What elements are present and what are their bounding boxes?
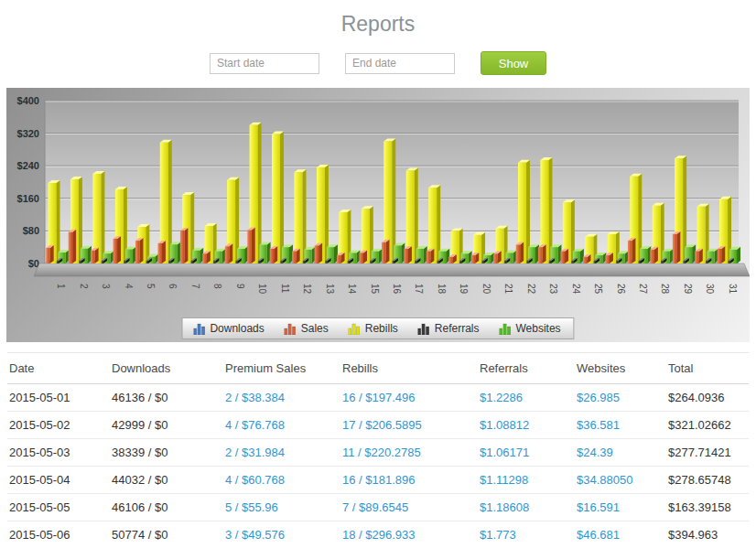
svg-text:$320: $320 — [17, 128, 39, 139]
table-link-cell[interactable]: $16.591 — [575, 494, 666, 521]
svg-text:13: 13 — [325, 284, 335, 295]
table-cell: 2015-05-02 — [7, 412, 110, 439]
legend-sales-bars-icon — [285, 323, 297, 335]
table-link-cell[interactable]: 3 / $49.576 — [223, 521, 340, 548]
table-cell: $321.02662 — [666, 412, 749, 439]
table-link-cell[interactable]: $1.773 — [478, 521, 575, 548]
legend-item-sales[interactable]: Sales — [279, 321, 343, 336]
table-link-cell[interactable]: 7 / $89.6545 — [340, 494, 478, 521]
table-link-cell[interactable]: 16 / $181.896 — [340, 467, 478, 494]
start-date-input[interactable] — [210, 53, 319, 74]
legend-item-rebills[interactable]: Rebills — [343, 321, 413, 336]
svg-text:27: 27 — [638, 284, 648, 295]
table-cell: $163.39158 — [666, 494, 749, 521]
date-filter-bar: Show — [0, 51, 756, 75]
table-link-cell[interactable]: 4 / $60.768 — [223, 467, 340, 494]
table-row: 2015-05-0650774 / $03 / $49.57618 / $296… — [7, 521, 749, 548]
table-cell: $278.65748 — [666, 467, 749, 494]
svg-text:15: 15 — [370, 284, 380, 295]
legend-label: Sales — [301, 322, 329, 335]
table-link-cell[interactable]: 16 / $197.496 — [340, 384, 478, 412]
table-link-cell[interactable]: 17 / $206.5895 — [340, 412, 478, 439]
svg-text:11: 11 — [280, 284, 290, 294]
table-link-cell[interactable]: $34.88050 — [575, 467, 666, 494]
table-link-cell[interactable]: $46.681 — [575, 521, 666, 548]
table-link-cell[interactable]: $36.581 — [575, 412, 666, 439]
svg-text:19: 19 — [459, 284, 469, 295]
table-link-cell[interactable]: 2 / $38.384 — [223, 384, 340, 412]
legend-rebills-bars-icon — [349, 323, 361, 335]
reports-table: DateDownloadsPremium SalesRebillsReferra… — [7, 352, 749, 548]
legend-item-downloads[interactable]: Downloads — [188, 321, 278, 336]
table-link-cell[interactable]: 18 / $296.933 — [340, 521, 478, 548]
table-row: 2015-05-0338339 / $02 / $31.98411 / $220… — [7, 439, 749, 467]
table-header-cell: Downloads — [110, 353, 223, 384]
table-cell: 2015-05-04 — [7, 467, 110, 494]
table-link-cell[interactable]: 5 / $55.96 — [223, 494, 340, 521]
table-row: 2015-05-0546106 / $05 / $55.967 / $89.65… — [7, 494, 749, 521]
table-header-cell: Total — [666, 353, 749, 384]
legend-downloads-bars-icon — [193, 323, 205, 335]
svg-text:22: 22 — [526, 284, 536, 295]
page-title: Reports — [0, 12, 756, 37]
svg-text:16: 16 — [392, 284, 402, 295]
table-link-cell[interactable]: 2 / $31.984 — [223, 439, 340, 467]
svg-text:28: 28 — [660, 284, 670, 295]
legend-item-referrals[interactable]: Referrals — [413, 321, 494, 336]
table-header-cell: Websites — [575, 353, 666, 384]
show-button[interactable]: Show — [481, 51, 546, 75]
table-link-cell[interactable]: $26.985 — [575, 384, 666, 412]
table-link-cell[interactable]: $1.06171 — [478, 439, 575, 467]
table-cell: 38339 / $0 — [110, 439, 223, 467]
legend-label: Websites — [515, 322, 560, 335]
svg-text:$400: $400 — [17, 95, 39, 106]
chart-legend: DownloadsSalesRebillsReferralsWebsites — [181, 317, 574, 339]
svg-text:7: 7 — [190, 284, 200, 289]
table-cell: 2015-05-03 — [7, 439, 110, 467]
svg-text:10: 10 — [257, 284, 267, 295]
table-cell: 2015-05-06 — [7, 521, 110, 548]
legend-label: Referrals — [435, 322, 480, 335]
table-link-cell[interactable]: 11 / $220.2785 — [340, 439, 478, 467]
table-link-cell[interactable]: $1.2286 — [478, 384, 575, 412]
svg-text:12: 12 — [302, 284, 312, 295]
svg-text:24: 24 — [571, 284, 581, 295]
svg-text:2: 2 — [79, 284, 89, 289]
table-cell: 50774 / $0 — [110, 521, 223, 548]
svg-text:18: 18 — [437, 284, 447, 295]
table-link-cell[interactable]: $1.18608 — [478, 494, 575, 521]
svg-text:25: 25 — [593, 284, 603, 295]
table-cell: 2015-05-05 — [7, 494, 110, 521]
table-cell: 2015-05-01 — [7, 384, 110, 412]
end-date-input[interactable] — [345, 53, 455, 74]
table-link-cell[interactable]: $1.08812 — [478, 412, 575, 439]
svg-text:$80: $80 — [23, 225, 39, 236]
table-cell: 46136 / $0 — [110, 384, 223, 412]
legend-item-websites[interactable]: Websites — [493, 321, 567, 336]
table-row: 2015-05-0444032 / $04 / $60.76816 / $181… — [7, 467, 749, 494]
svg-text:6: 6 — [167, 284, 178, 289]
table-cell: $394.963 — [666, 521, 749, 548]
table-link-cell[interactable]: 4 / $76.768 — [223, 412, 340, 439]
svg-text:31: 31 — [728, 284, 738, 295]
legend-websites-bars-icon — [499, 323, 511, 335]
table-header-row: DateDownloadsPremium SalesRebillsReferra… — [7, 353, 749, 384]
table-cell: $264.0936 — [666, 384, 749, 412]
table-header-cell: Premium Sales — [223, 353, 340, 384]
table-cell: 44032 / $0 — [110, 467, 223, 494]
table-link-cell[interactable]: $24.39 — [575, 439, 666, 467]
svg-text:5: 5 — [146, 284, 156, 289]
revenue-chart: $0$80$160$240$320$4001234567891011121314… — [6, 88, 750, 342]
table-header-cell: Date — [7, 353, 110, 384]
svg-text:9: 9 — [235, 284, 245, 289]
table-cell: 46106 / $0 — [110, 494, 223, 521]
svg-text:21: 21 — [503, 284, 513, 295]
table-header-cell: Rebills — [340, 353, 478, 384]
svg-text:$160: $160 — [17, 193, 39, 204]
legend-label: Downloads — [210, 322, 264, 335]
table-link-cell[interactable]: $1.11298 — [478, 467, 575, 494]
svg-text:20: 20 — [481, 284, 491, 295]
svg-text:8: 8 — [212, 284, 222, 289]
svg-text:1: 1 — [56, 284, 66, 289]
legend-label: Rebills — [365, 322, 398, 335]
